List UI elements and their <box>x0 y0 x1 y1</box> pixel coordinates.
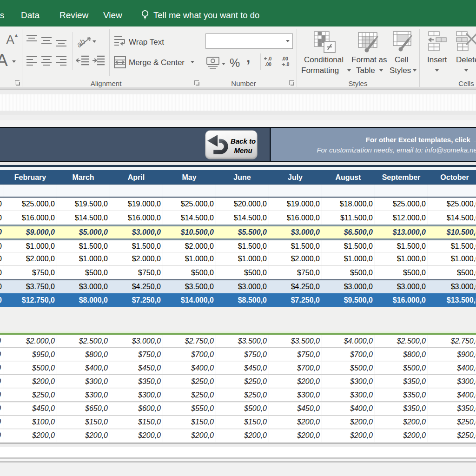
svg-text:.0: .0 <box>268 56 272 61</box>
svg-text:.00: .00 <box>282 56 288 61</box>
svg-text:.0: .0 <box>285 62 290 67</box>
svg-text:ab: ab <box>76 37 87 48</box>
svg-text:.00: .00 <box>265 62 271 67</box>
